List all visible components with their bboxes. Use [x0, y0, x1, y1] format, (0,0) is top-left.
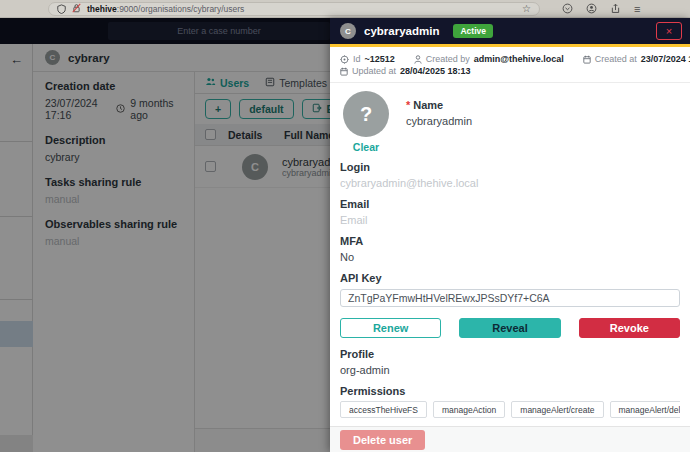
permissions-label: Permissions: [340, 385, 680, 397]
name-field: *Name cybraryadmin: [406, 91, 472, 153]
delete-user-button[interactable]: Delete user: [340, 430, 425, 450]
renew-button[interactable]: Renew: [340, 318, 441, 338]
mfa-label: MFA: [340, 235, 680, 247]
permissions-badges: accessTheHiveFS manageAction manageAlert…: [340, 401, 680, 418]
panel-body: ? Clear *Name cybraryadmin Login cybrary…: [330, 83, 690, 426]
meta-updated-at: Updated at 28/04/2025 18:13: [340, 66, 471, 76]
url-bar[interactable]: thehive:9000/organisations/cybrary/users…: [48, 2, 540, 16]
meta-updated-at-value: 28/04/2025 18:13: [400, 66, 471, 76]
name-label: Name: [413, 99, 443, 111]
user-detail-panel: C cybraryadmin Active × Id ~12512: [330, 18, 690, 452]
shield-icon[interactable]: [57, 4, 66, 14]
apikey-input[interactable]: [340, 289, 680, 307]
browser-action-icons: ≡: [562, 3, 640, 15]
account-icon[interactable]: [586, 3, 597, 14]
permission-badge: manageAlert/create: [511, 401, 603, 418]
share-icon[interactable]: [610, 3, 621, 14]
url-host: thehive: [87, 4, 117, 14]
meta-created-at: Created at 23/07/2024 17:17: [583, 54, 690, 64]
permission-badge: manageAction: [433, 401, 505, 418]
mfa-field: MFA No: [340, 235, 680, 263]
url-path: :9000/organisations/cybrary/users: [117, 4, 245, 14]
user-avatar-upload[interactable]: ?: [343, 91, 389, 137]
apikey-actions: Renew Reveal Revoke: [340, 318, 680, 338]
mfa-value: No: [340, 251, 680, 263]
meta-created-by-label: Created by: [426, 54, 470, 64]
apikey-field: API Key: [340, 272, 680, 307]
status-badge: Active: [453, 24, 493, 38]
calendar-icon: [583, 55, 591, 64]
meta-created-at-label: Created at: [595, 54, 637, 64]
apikey-label: API Key: [340, 272, 680, 284]
profile-field: Profile org-admin: [340, 348, 680, 376]
meta-id-label: Id: [353, 54, 361, 64]
reveal-button[interactable]: Reveal: [459, 318, 560, 338]
login-value: cybraryadmin@thehive.local: [340, 177, 680, 189]
panel-metadata: Id ~12512 Created by admin@thehive.local…: [330, 47, 690, 83]
panel-title: cybraryadmin: [364, 25, 439, 37]
meta-updated-at-label: Updated at: [352, 66, 396, 76]
revoke-button[interactable]: Revoke: [579, 318, 680, 338]
bookmark-star-icon[interactable]: ☆: [522, 3, 531, 14]
meta-created-by: Created by admin@thehive.local: [414, 54, 564, 64]
menu-icon[interactable]: ≡: [634, 3, 640, 15]
profile-label: Profile: [340, 348, 680, 360]
meta-created-at-value: 23/07/2024 17:17: [641, 54, 690, 64]
meta-id: Id ~12512: [340, 54, 395, 64]
permission-badge: manageAlert/delete: [610, 401, 681, 418]
close-button[interactable]: ×: [656, 22, 682, 40]
panel-header: C cybraryadmin Active ×: [330, 18, 690, 44]
panel-user-avatar: C: [340, 23, 356, 39]
meta-created-by-value: admin@thehive.local: [474, 54, 564, 64]
avatar-name-row: ? Clear *Name cybraryadmin: [340, 91, 680, 153]
email-label: Email: [340, 198, 680, 210]
login-label: Login: [340, 161, 680, 173]
person-icon: [414, 55, 422, 64]
insecure-lock-icon[interactable]: [72, 3, 81, 15]
permission-badge: accessTheHiveFS: [340, 401, 427, 418]
panel-footer: Delete user: [330, 426, 690, 452]
profile-value: org-admin: [340, 364, 680, 376]
calendar-icon: [340, 67, 348, 76]
email-field: Email Email: [340, 198, 680, 226]
name-value[interactable]: cybraryadmin: [406, 115, 472, 127]
required-asterisk: *: [406, 99, 410, 111]
extensions-icon[interactable]: [562, 3, 573, 14]
meta-id-value: ~12512: [365, 54, 395, 64]
id-icon: [340, 55, 349, 64]
url-text: thehive:9000/organisations/cybrary/users: [87, 4, 244, 14]
email-input[interactable]: Email: [340, 214, 680, 226]
browser-toolbar: thehive:9000/organisations/cybrary/users…: [0, 0, 690, 18]
permissions-field: Permissions accessTheHiveFS manageAction…: [340, 385, 680, 418]
screen: thehive:9000/organisations/cybrary/users…: [0, 0, 690, 452]
clear-avatar-link[interactable]: Clear: [340, 141, 392, 153]
login-field: Login cybraryadmin@thehive.local: [340, 161, 680, 189]
